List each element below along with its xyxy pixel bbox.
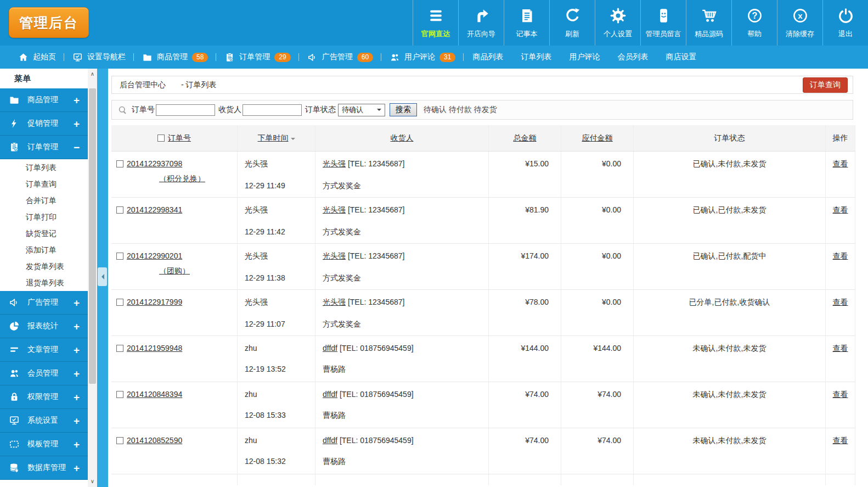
sidebar-scrollbar[interactable]: ∧ ∨ <box>88 69 97 487</box>
nav-link-member-list[interactable]: 会员列表 <box>608 52 657 62</box>
row-checkbox[interactable] <box>116 206 123 214</box>
nav-home[interactable]: 起始页 <box>10 52 64 63</box>
sidebar-item-report-stats[interactable]: 报表统计+ <box>0 315 88 338</box>
order-no-input[interactable] <box>156 104 215 116</box>
topbar-item-notepad[interactable]: 记事本 <box>504 0 549 46</box>
row-checkbox[interactable] <box>116 160 123 167</box>
sidebar-sub-order-query[interactable]: 订单查询 <box>0 176 88 192</box>
nav-order-manage[interactable]: 订单管理29 <box>216 52 298 63</box>
expand-plus-icon[interactable]: + <box>74 298 80 308</box>
view-link[interactable]: 查看 <box>833 298 848 306</box>
order-status-select[interactable]: 待确认 <box>338 104 385 116</box>
sidebar-sub-add-order[interactable]: 添加订单 <box>0 242 88 258</box>
consignee-link[interactable]: dffdf <box>323 344 337 352</box>
view-link[interactable]: 查看 <box>833 436 848 445</box>
row-checkbox[interactable] <box>116 253 123 260</box>
topbar-item-official-site[interactable]: 官网直达 <box>413 0 458 46</box>
consignee-line2: 曹杨路 <box>323 365 488 374</box>
nav-setup-navbar[interactable]: 设置导航栏 <box>64 52 134 63</box>
order-no-link[interactable]: 2014120852590 <box>127 436 182 445</box>
sidebar-sub-return-list[interactable]: 退货单列表 <box>0 275 88 291</box>
nav-link-user-comments[interactable]: 用户评论 <box>560 52 608 62</box>
order-no-link[interactable]: 2014122917999 <box>127 298 182 306</box>
sidebar-sub-order-list[interactable]: 订单列表 <box>0 159 88 176</box>
topbar-item-refresh[interactable]: 刷新 <box>549 0 595 46</box>
view-link[interactable]: 查看 <box>833 205 848 214</box>
row-checkbox[interactable] <box>116 299 123 306</box>
nav-ad-manage[interactable]: 广告管理60 <box>299 52 381 63</box>
consignee-line2: 曹杨路 <box>323 411 488 421</box>
order-no-link[interactable]: 2014122937098 <box>127 159 182 168</box>
sidebar-item-order-manage[interactable]: 订单管理− <box>0 136 88 159</box>
scroll-down-arrow[interactable]: ∨ <box>88 477 97 486</box>
consignee-link[interactable]: dffdf <box>323 390 337 399</box>
consignee-link[interactable]: 光头强 <box>323 205 346 214</box>
order-no-link[interactable]: 2014122990201 <box>127 251 182 260</box>
expand-plus-icon[interactable]: + <box>74 392 80 402</box>
expand-plus-icon[interactable]: + <box>74 416 80 426</box>
collapse-minus-icon[interactable]: − <box>74 142 80 153</box>
brand-logo[interactable]: 管理后台 <box>9 7 89 38</box>
topbar-item-shop-wizard[interactable]: 开店向导 <box>458 0 504 46</box>
expand-plus-icon[interactable]: + <box>74 439 80 450</box>
view-link[interactable]: 查看 <box>833 251 848 260</box>
order-no-link[interactable]: 2014122998341 <box>127 205 182 214</box>
topbar-item-premium-source[interactable]: 精品源码 <box>686 0 731 46</box>
topbar-item-admin-messages[interactable]: 管理员留言 <box>640 0 686 46</box>
nav-link-shop-settings[interactable]: 商店设置 <box>657 52 705 62</box>
topbar-item-help[interactable]: 帮助 <box>731 0 777 46</box>
goods-count-badge: 58 <box>192 53 208 62</box>
consignee-link[interactable]: 光头强 <box>323 298 346 306</box>
expand-plus-icon[interactable]: + <box>74 368 80 379</box>
sidebar-item-member-manage[interactable]: 会员管理+ <box>0 362 88 385</box>
sidebar-sub-merge-orders[interactable]: 合并订单 <box>0 192 88 209</box>
buyer-name: zhu <box>245 390 315 399</box>
expand-plus-icon[interactable]: + <box>74 345 80 355</box>
order-no-link[interactable]: 2014120848394 <box>127 390 182 399</box>
nav-goods-manage[interactable]: 商品管理58 <box>134 52 216 63</box>
payable-amount-cell: ¥0.00 <box>561 244 634 289</box>
topbar-item-personal-settings[interactable]: 个人设置 <box>595 0 640 46</box>
order-time-cell: zhu 12-19 13:52 <box>238 336 315 382</box>
sidebar-item-template-manage[interactable]: 模板管理+ <box>0 433 88 456</box>
nav-user-comments[interactable]: 用户评论31 <box>381 52 464 63</box>
sidebar-sub-stockout-register[interactable]: 缺货登记 <box>0 225 88 242</box>
expand-plus-icon[interactable]: + <box>74 463 80 473</box>
row-checkbox[interactable] <box>116 391 123 398</box>
sidebar-item-article-manage[interactable]: 文章管理+ <box>0 338 88 362</box>
consignee-link[interactable]: 光头强 <box>323 251 346 260</box>
view-link[interactable]: 查看 <box>833 344 848 352</box>
sidebar-sub-order-print[interactable]: 订单打印 <box>0 209 88 225</box>
nav-link-order-list[interactable]: 订单列表 <box>512 52 560 62</box>
row-checkbox[interactable] <box>116 437 123 444</box>
sidebar-item-permission-manage[interactable]: 权限管理+ <box>0 385 88 409</box>
sidebar-collapse-handle[interactable] <box>98 267 107 286</box>
order-query-button[interactable]: 订单查询 <box>803 77 848 93</box>
consignee-link[interactable]: dffdf <box>323 436 337 445</box>
view-link[interactable]: 查看 <box>833 159 848 168</box>
sidebar-item-promo-manage[interactable]: 促销管理+ <box>0 112 88 136</box>
row-checkbox[interactable] <box>116 345 123 352</box>
consignee-input[interactable] <box>243 104 302 116</box>
sidebar-item-ad-manage[interactable]: 广告管理+ <box>0 291 88 315</box>
sidebar-item-database-manage[interactable]: 数据库管理+ <box>0 456 88 480</box>
view-link[interactable]: 查看 <box>833 390 848 399</box>
order-no-link[interactable]: 2014121959948 <box>127 344 182 352</box>
expand-plus-icon[interactable]: + <box>74 95 80 105</box>
total-amount-cell: ¥15.00 <box>489 152 561 197</box>
consignee-link[interactable]: 光头强 <box>323 159 346 168</box>
sidebar-item-goods-manage[interactable]: 商品管理+ <box>0 88 88 112</box>
total-amount-cell: ¥144.00 <box>489 336 561 382</box>
sidebar-item-system-settings[interactable]: 系统设置+ <box>0 409 88 433</box>
select-all-checkbox[interactable] <box>157 135 165 142</box>
expand-plus-icon[interactable]: + <box>74 321 80 332</box>
search-button[interactable]: 搜索 <box>390 103 417 116</box>
expand-plus-icon[interactable]: + <box>74 119 80 129</box>
top-header-bar: 管理后台 官网直达 开店向导 记事本 刷新 个人设置 管理员留言 精品源码 帮助… <box>0 0 868 46</box>
topbar-item-clear-cache[interactable]: 清除缓存 <box>777 0 822 46</box>
nav-link-goods-list[interactable]: 商品列表 <box>464 52 512 62</box>
scrollbar-thumb[interactable] <box>89 88 96 384</box>
scroll-up-arrow[interactable]: ∧ <box>88 70 97 79</box>
topbar-item-logout[interactable]: 退出 <box>822 0 868 46</box>
sidebar-sub-shipping-list[interactable]: 发货单列表 <box>0 258 88 275</box>
